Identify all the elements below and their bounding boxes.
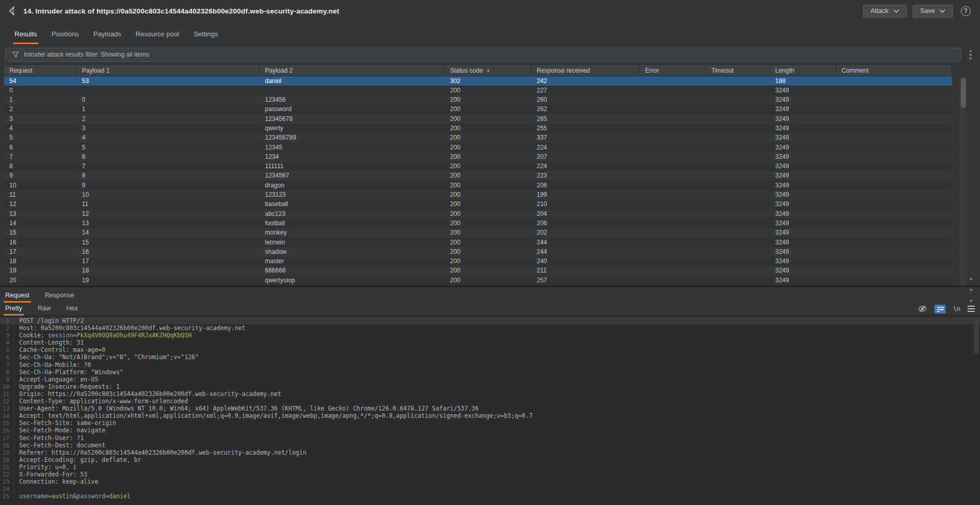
tab-raw[interactable]: Raw	[36, 302, 52, 316]
tab-resource-pool[interactable]: Resource pool	[134, 25, 181, 44]
tab-payloads[interactable]: Payloads	[92, 25, 122, 44]
table-row[interactable]: 541234567892003373249	[4, 133, 952, 143]
line-code: Sec-Ch-Ua-Platform: "Windows"	[13, 368, 123, 376]
cell-timeout	[706, 86, 770, 95]
results-filter-bar[interactable]: Intruder attack results filter: Showing …	[5, 48, 961, 62]
table-row[interactable]: 19186666662002113249	[4, 266, 952, 276]
cell-timeout	[706, 228, 770, 238]
tab-results[interactable]: Results	[13, 25, 38, 44]
column-header-timeout[interactable]: Timeout	[706, 65, 770, 76]
hamburger-menu-icon[interactable]	[968, 306, 975, 312]
editor-scrollbar-thumb[interactable]	[974, 318, 979, 354]
table-row[interactable]: 1211baseball2002103249	[4, 200, 952, 209]
column-header-payload-1[interactable]: Payload 1	[77, 65, 260, 76]
cell-payload2: monkey	[260, 228, 445, 238]
table-row[interactable]: 1312abc1232002043249	[4, 209, 952, 219]
cell-status-code: 200	[445, 124, 531, 133]
newline-toggle-icon[interactable]: \n	[953, 305, 960, 312]
table-row[interactable]: 1413football2002063249	[4, 219, 952, 228]
table-row[interactable]: 2019qwertyuiop2002573249	[4, 276, 952, 285]
tab-positions[interactable]: Positions	[50, 25, 80, 44]
table-vertical-scrollbar[interactable]	[960, 77, 967, 285]
request-editor[interactable]: 1POST /login HTTP/22Host: 0a5200c803c145…	[0, 316, 980, 505]
request-line: 5Cache-Control: max-age=0	[0, 346, 980, 353]
column-header-error[interactable]: Error	[640, 65, 706, 76]
column-header-length[interactable]: Length	[770, 65, 836, 76]
cell-length: 3249	[770, 95, 836, 105]
table-row[interactable]: 65123452002243249	[4, 143, 952, 152]
scrollbar-thumb[interactable]	[961, 78, 966, 108]
cell-timeout	[706, 266, 770, 276]
cell-length: 3249	[770, 228, 836, 238]
table-row[interactable]: 9812345672002233249	[4, 171, 952, 181]
line-number: 16	[0, 427, 13, 434]
table-row[interactable]: 5453daniel302242188	[4, 76, 952, 86]
line-number: 9	[0, 376, 13, 383]
table-row[interactable]: 1615letmein2002443249	[4, 238, 952, 247]
eye-slash-icon[interactable]	[918, 305, 927, 312]
line-number: 13	[0, 405, 13, 412]
results-panel-menu-icon[interactable]: ✳✳✳	[964, 49, 977, 60]
cell-comment	[836, 200, 952, 209]
cell-payload1: 4	[77, 133, 260, 143]
cell-comment	[836, 266, 952, 276]
http-text: Sec-Ch-Ua-Mobile: ?0	[19, 361, 91, 368]
request-line: 23Connection: keep-alive	[0, 478, 980, 485]
tab-response[interactable]: Response	[44, 289, 76, 303]
table-row[interactable]: 21password2002623249	[4, 105, 952, 114]
table-row[interactable]: 1514monkey2002023249	[4, 228, 952, 238]
help-icon[interactable]: ?	[961, 6, 971, 16]
line-number: 25	[0, 493, 13, 500]
table-row[interactable]: 1716shadow2002443249	[4, 247, 952, 256]
table-row[interactable]: 101234562002603249	[4, 95, 952, 105]
http-text: Sec-Fetch-Mode: navigate	[19, 427, 105, 434]
column-header-status-code[interactable]: Status code∨	[445, 65, 531, 76]
word-wrap-icon[interactable]	[934, 305, 946, 313]
save-button[interactable]: Save	[913, 5, 954, 18]
table-row[interactable]: 1817master2002403249	[4, 257, 952, 266]
cell-payload2: dragon	[260, 181, 445, 190]
column-header-request[interactable]: Request	[4, 65, 77, 76]
http-text: Origin: https://0a5200c803c14544a402326b…	[19, 390, 281, 398]
tab-request[interactable]: Request	[4, 289, 31, 303]
table-row[interactable]: 109dragon2002063249	[4, 181, 952, 190]
table-row[interactable]: 32123456782002653249	[4, 114, 952, 124]
cell-timeout	[706, 247, 770, 256]
table-row[interactable]: 11101231232001993249	[4, 190, 952, 200]
column-header-comment[interactable]: Comment	[836, 65, 952, 76]
back-arrow-icon[interactable]	[7, 5, 18, 17]
attack-button[interactable]: Attack	[863, 5, 907, 18]
cell-length: 3249	[770, 238, 836, 247]
table-row[interactable]: 871111112002243249	[4, 162, 952, 171]
cell-status-code: 200	[445, 86, 531, 95]
cell-payload1: 0	[77, 95, 260, 105]
tab-hex[interactable]: Hex	[65, 302, 79, 316]
tab-pretty[interactable]: Pretty	[4, 302, 24, 316]
line-code: Sec-Fetch-Dest: document	[13, 442, 105, 449]
cell-timeout	[706, 190, 770, 200]
column-header-payload-2[interactable]: Payload 2	[260, 65, 445, 76]
cell-comment	[836, 209, 952, 219]
cell-length: 3249	[770, 105, 836, 114]
line-code: Sec-Fetch-Site: same-origin	[13, 419, 116, 427]
cell-comment	[836, 152, 952, 161]
cell-error	[640, 105, 706, 114]
cell-length: 3249	[770, 257, 836, 266]
cell-comment	[836, 76, 952, 86]
cell-status-code: 200	[445, 190, 531, 200]
request-line: 17Sec-Fetch-User: ?1	[0, 434, 980, 442]
cell-comment	[836, 124, 952, 133]
line-code: Host: 0a5200c803c14544a402326b00e200df.w…	[13, 324, 245, 332]
table-row[interactable]: 7612342002073249	[4, 152, 952, 161]
column-header-response-received[interactable]: Response received	[531, 65, 640, 76]
tab-settings[interactable]: Settings	[192, 25, 219, 44]
cell-response-received: 240	[531, 257, 640, 266]
table-row[interactable]: 43qwerty2002553249	[4, 124, 952, 133]
cell-response-received: 244	[531, 238, 640, 247]
table-row[interactable]: 02002273249	[4, 86, 952, 95]
line-code: username=austin&password=daniel	[13, 493, 131, 500]
cell-payload2: 666666	[260, 266, 445, 276]
http-text: X-Forwarded-For: 53	[19, 471, 88, 478]
request-line: 4Content-Length: 31	[0, 339, 980, 346]
cell-length: 3249	[770, 143, 836, 152]
